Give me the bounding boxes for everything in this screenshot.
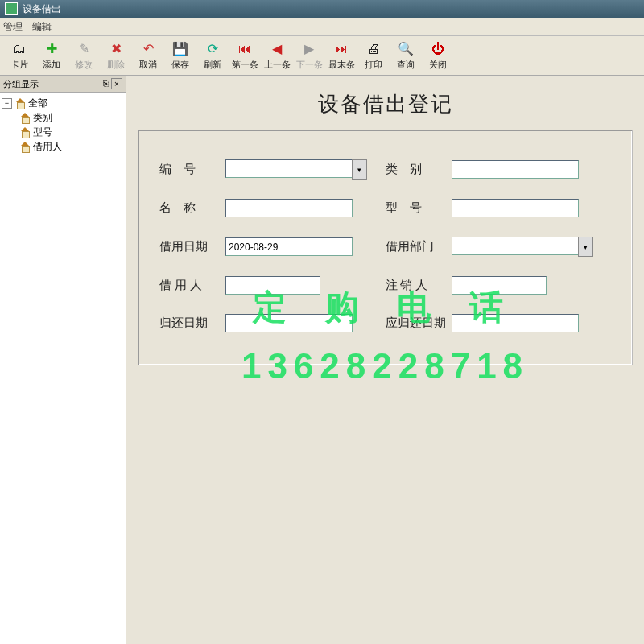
model-input[interactable] xyxy=(452,199,579,217)
modify-button[interactable]: ✎修改 xyxy=(68,38,100,73)
return-date-label: 归还日期 xyxy=(159,316,225,331)
number-label: 编 号 xyxy=(159,162,225,177)
borrower-label: 借 用 人 xyxy=(159,278,225,293)
tree-item-category[interactable]: 类别 xyxy=(19,110,124,125)
print-button[interactable]: 🖨打印 xyxy=(357,38,390,73)
sidebar-header: 分组显示 ⎘ × xyxy=(0,76,126,93)
last-icon: ⏭ xyxy=(333,41,349,57)
return-date-input[interactable] xyxy=(225,314,353,332)
borrow-dept-dropdown-icon[interactable]: ▾ xyxy=(578,237,593,257)
borrow-dept-label: 借用部门 xyxy=(386,239,452,254)
refresh-icon: ⟳ xyxy=(204,41,221,57)
borrow-date-input[interactable] xyxy=(225,237,353,256)
tree-item-model[interactable]: 型号 xyxy=(19,125,124,139)
category-input[interactable] xyxy=(452,160,579,179)
house-icon xyxy=(19,127,31,137)
add-icon: ✚ xyxy=(43,41,60,57)
menu-manage[interactable]: 管理 xyxy=(3,20,23,34)
house-icon xyxy=(19,142,31,151)
save-button[interactable]: 💾保存 xyxy=(164,38,196,73)
prev-button[interactable]: ◀上一条 xyxy=(261,38,293,73)
next-icon: ▶ xyxy=(301,41,317,57)
collapse-icon[interactable]: − xyxy=(2,98,12,109)
tree-root-label: 全部 xyxy=(28,97,47,110)
name-label: 名 称 xyxy=(159,200,225,216)
form-frame: 编 号 ▾ 类 别 名 称 型 号 xyxy=(138,130,633,365)
close-icon: ⏻ xyxy=(430,41,446,57)
borrow-date-label: 借用日期 xyxy=(159,239,225,254)
query-icon: 🔍 xyxy=(398,41,414,57)
toolbar: 🗂卡片 ✚添加 ✎修改 ✖删除 ↶取消 💾保存 ⟳刷新 ⏮第一条 ◀上一条 ▶下… xyxy=(0,36,644,76)
tree-root[interactable]: − 全部 xyxy=(2,96,124,110)
tree-view[interactable]: − 全部 类别 型号 借用人 xyxy=(0,93,126,157)
menu-edit[interactable]: 编辑 xyxy=(32,20,52,34)
window-title: 设备借出 xyxy=(23,2,61,16)
sidebar-close-icon[interactable]: × xyxy=(111,78,122,89)
delete-button[interactable]: ✖删除 xyxy=(100,38,132,73)
window-titlebar: 设备借出 xyxy=(0,0,644,18)
house-icon xyxy=(14,98,26,108)
query-button[interactable]: 🔍查询 xyxy=(390,38,422,73)
canceller-input[interactable] xyxy=(452,276,547,295)
next-button[interactable]: ▶下一条 xyxy=(293,38,325,73)
sidebar-title: 分组显示 xyxy=(3,78,39,90)
number-dropdown-icon[interactable]: ▾ xyxy=(352,159,367,180)
canceller-label: 注 销 人 xyxy=(386,278,452,293)
tree-item-borrower[interactable]: 借用人 xyxy=(19,139,124,154)
sidebar: 分组显示 ⎘ × − 全部 类别 型号 借用人 xyxy=(0,76,126,644)
first-icon: ⏮ xyxy=(237,41,253,57)
save-icon: 💾 xyxy=(172,41,188,57)
model-label: 型 号 xyxy=(386,200,452,216)
name-input[interactable] xyxy=(225,199,353,217)
first-button[interactable]: ⏮第一条 xyxy=(229,38,261,73)
main-panel: 设备借出登记 编 号 ▾ 类 别 名 称 xyxy=(126,76,644,644)
borrower-input[interactable] xyxy=(225,276,320,295)
cancel-icon: ↶ xyxy=(140,41,156,57)
card-icon: 🗂 xyxy=(11,41,27,57)
due-date-label: 应归还日期 xyxy=(386,316,452,331)
delete-icon: ✖ xyxy=(108,41,124,57)
prev-icon: ◀ xyxy=(269,41,285,57)
print-icon: 🖨 xyxy=(365,41,382,57)
number-input[interactable] xyxy=(225,159,353,178)
menu-bar: 管理 编辑 xyxy=(0,18,644,36)
due-date-input[interactable] xyxy=(452,314,579,332)
add-button[interactable]: ✚添加 xyxy=(35,38,68,73)
borrow-dept-input[interactable] xyxy=(452,237,579,255)
close-button[interactable]: ⏻关闭 xyxy=(422,38,454,73)
last-button[interactable]: ⏭最末条 xyxy=(325,38,357,73)
card-button[interactable]: 🗂卡片 xyxy=(3,38,35,73)
category-label: 类 别 xyxy=(386,162,452,177)
sidebar-pin-icon[interactable]: ⎘ xyxy=(103,78,109,89)
app-icon xyxy=(5,2,18,15)
modify-icon: ✎ xyxy=(76,41,92,57)
cancel-button[interactable]: ↶取消 xyxy=(132,38,164,73)
house-icon xyxy=(19,113,31,122)
refresh-button[interactable]: ⟳刷新 xyxy=(196,38,229,73)
page-title: 设备借出登记 xyxy=(133,82,638,130)
